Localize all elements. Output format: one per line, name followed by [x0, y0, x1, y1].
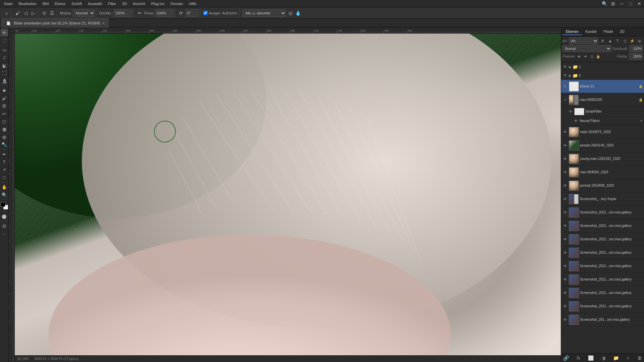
layer-neuralfilters[interactable]: 👁 Neural Filters ✕ — [561, 117, 644, 125]
history-brush-tool[interactable]: ↩ — [1, 110, 8, 117]
layer-link-button[interactable]: 🔗 — [563, 355, 569, 361]
layer-screenshot-4[interactable]: 👁 Screenshot_2021...om.miui.gallery — [561, 246, 644, 259]
eye-icon-ss4[interactable]: 👁 — [562, 250, 568, 255]
object-select-tool[interactable]: ⬕ — [1, 62, 8, 69]
sample-icon[interactable]: ◎ — [287, 10, 294, 16]
winkel-input[interactable] — [185, 9, 199, 17]
layer-filter-kind-icon[interactable]: K — [600, 38, 606, 44]
eye-icon-ss7[interactable]: 👁 — [562, 290, 568, 296]
brush-settings-icon[interactable]: ☰ — [49, 10, 55, 16]
menu-plugins[interactable]: Plug-ins — [148, 1, 167, 6]
layer-fx-button[interactable]: fx — [577, 355, 580, 361]
layer-filter-adj-icon[interactable]: ▲ — [607, 38, 613, 44]
path-select-tool[interactable]: ↗ — [1, 166, 8, 173]
blend-mode-select[interactable]: Normal — [562, 45, 611, 52]
layer-delete-button[interactable]: 🗑 — [637, 355, 642, 361]
eye-icon-man904[interactable]: 👁 — [562, 170, 568, 175]
crop-tool[interactable]: ⛶ — [1, 69, 8, 77]
layer-screenshot-8[interactable]: 👁 Screenshot_2021...om.miui.gallery — [561, 300, 644, 313]
gradient-tool[interactable]: ▦ — [1, 125, 8, 133]
aufnehm-select[interactable]: Akt. u. darunter — [243, 9, 286, 17]
group-arrow-1[interactable]: ▶ — [569, 65, 572, 69]
hand-tool[interactable]: ✋ — [1, 183, 8, 191]
menu-fenster[interactable]: Fenster — [168, 1, 185, 6]
group-arrow-2[interactable]: ▶ — [569, 74, 572, 77]
search-icon[interactable]: 🔍 — [601, 0, 608, 7]
layer-screenshot-5[interactable]: 👁 Screenshot_2021...om.miui.gallery — [561, 259, 644, 273]
menu-3d[interactable]: 3D — [119, 1, 129, 6]
layer-filter-text-icon[interactable]: T — [614, 38, 621, 44]
eye-icon-people2604[interactable]: 👁 — [562, 143, 568, 148]
brush-tool[interactable]: 🖌 — [1, 95, 8, 102]
layer-portrait[interactable]: 👁 portrait-3353699_1920 — [561, 179, 644, 192]
quick-mask-icon[interactable]: ⬤ — [1, 213, 8, 220]
layer-type-select[interactable]: Art — [569, 38, 598, 44]
layer-screenshot-7[interactable]: 👁 Screenshot_2021...om.miui.gallery — [561, 286, 644, 300]
eye-icon-ss1[interactable]: 👁 — [562, 210, 568, 215]
menu-auswahl[interactable]: Auswahl — [85, 1, 105, 6]
fluss-input[interactable] — [155, 9, 173, 17]
brush-size-up-icon[interactable]: ▷ — [30, 10, 37, 16]
eye-icon-male2634[interactable]: 👁 — [562, 129, 568, 135]
brush-icon[interactable]: 🖌 — [14, 10, 21, 16]
tab-pfade[interactable]: Pfade — [600, 28, 616, 35]
eye-icon-ss3[interactable]: 👁 — [562, 237, 568, 242]
eraser-tool[interactable]: ◻ — [1, 118, 8, 125]
opacity-input[interactable] — [629, 45, 643, 52]
tab-3d[interactable]: 3D — [616, 28, 628, 35]
menu-ansicht[interactable]: Ansicht — [130, 1, 148, 6]
dodge-tool[interactable]: 🔦 — [1, 141, 8, 148]
layer-screenshot-3[interactable]: 👁 Screenshot_2021...om.miui.gallery — [561, 233, 644, 246]
layer-male2634[interactable]: 👁 male-2634974_1920 — [561, 125, 644, 139]
eye-icon-neural[interactable]: 👁 — [573, 118, 579, 124]
menu-filter[interactable]: Filter — [105, 1, 119, 6]
screen-mode-icon[interactable]: ⊟ — [1, 222, 8, 230]
layer-man904[interactable]: 👁 man-904504_1920 — [561, 166, 644, 179]
layer-filter-shape-icon[interactable]: ◻ — [622, 38, 628, 44]
layer-ebene21[interactable]: 👁 Ebene 21 🔒 — [561, 80, 644, 93]
blur-tool[interactable]: ◍ — [1, 133, 8, 140]
angle-icon[interactable]: ⟳ — [178, 10, 184, 16]
layer-youngman[interactable]: 👁 young-man-1281282_1920 — [561, 152, 644, 166]
tab-close-button[interactable]: × — [102, 21, 105, 25]
photo-canvas[interactable]: 92,19% 3000 Px × 3000 Px (72 ppcm) — [15, 34, 561, 362]
layer-man59[interactable]: 👁 man-59081920 🔒 — [561, 93, 644, 107]
menu-bearbeiten[interactable]: Bearbeiten — [16, 1, 39, 6]
eyedropper-tool[interactable]: 🔬 — [1, 77, 8, 84]
eye-icon-youngman[interactable]: 👁 — [562, 156, 568, 162]
eye-icon-ss8[interactable]: 👁 — [562, 304, 568, 309]
lasso-tool[interactable]: 𝓛 — [1, 54, 8, 61]
fix-position-icon[interactable]: ⊕ — [576, 54, 582, 59]
marquee-tool[interactable]: ▭ — [1, 46, 8, 54]
close-icon[interactable]: ✕ — [636, 0, 643, 7]
layer-filter-smart-icon[interactable]: ⚡ — [629, 38, 635, 44]
layer-smartfilter[interactable]: 👁 SmartFilter — [561, 107, 644, 117]
fix-move-icon[interactable]: ✛ — [583, 54, 588, 59]
tab-ebenen[interactable]: Ebenen — [562, 28, 582, 35]
menu-bild[interactable]: Bild — [40, 1, 51, 6]
maximize-icon[interactable]: □ — [627, 0, 634, 7]
eye-icon-portrait[interactable]: 👁 — [562, 183, 568, 188]
eye-icon-ss6[interactable]: 👁 — [562, 277, 568, 282]
menu-ebene[interactable]: Ebene — [52, 1, 68, 6]
workspace-icon[interactable]: ⊞ — [610, 0, 616, 7]
home-icon[interactable]: ⌂ — [3, 10, 10, 16]
flaeche-input[interactable] — [629, 53, 643, 60]
layer-adj-button[interactable]: ◑ — [601, 355, 605, 361]
layer-screenshot-1[interactable]: 👁 Screenshot_2021...om.miui.gallery — [561, 206, 644, 219]
layer-new-button[interactable]: + — [627, 355, 630, 361]
artboard-tool[interactable]: ⬚ — [1, 37, 8, 44]
brush-size-down-icon[interactable]: ◁ — [22, 10, 29, 16]
layer-group-button[interactable]: 📁 — [613, 355, 619, 361]
color-swatches[interactable] — [1, 202, 8, 209]
tab-kanaele[interactable]: Kanäle — [582, 28, 600, 35]
neural-close-icon[interactable]: ✕ — [640, 119, 643, 123]
layer-people2604[interactable]: 👁 people-2604149_1920 — [561, 139, 644, 152]
move-tool[interactable]: ✛ — [1, 29, 8, 36]
fix-lock-icon[interactable]: 🔒 — [595, 54, 601, 59]
smudge-icon[interactable]: 💧 — [295, 10, 302, 16]
layer-group-2[interactable]: 👁 ▶ 📁 2 — [561, 71, 644, 80]
zoom-tool[interactable]: 🔍 — [1, 191, 8, 198]
layer-mask-button[interactable]: ⬜ — [588, 355, 594, 361]
pen-tool[interactable]: ✒ — [1, 150, 8, 158]
